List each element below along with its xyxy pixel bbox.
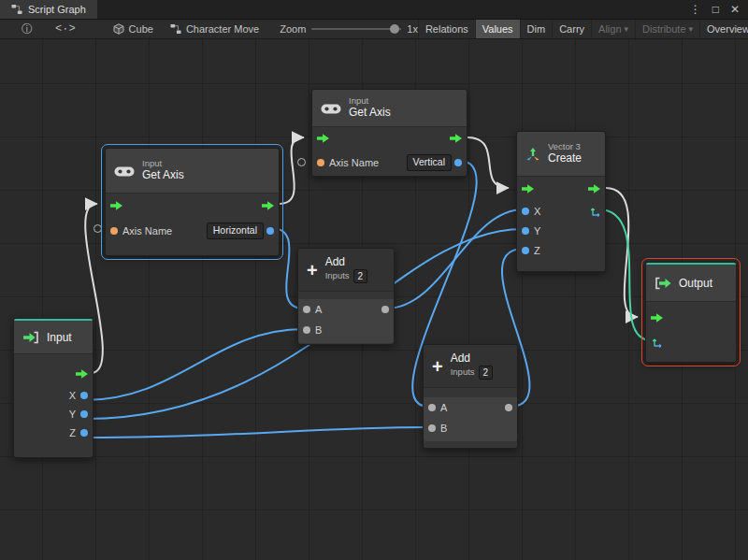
zoom-slider[interactable] [311, 23, 401, 35]
input-a-port[interactable] [428, 404, 436, 411]
exec-out-port[interactable] [450, 134, 462, 143]
cube-icon [113, 23, 124, 35]
inputs-count-field[interactable]: 2 [479, 366, 494, 380]
sum-out-port[interactable] [505, 404, 512, 411]
port-row-y: Y [14, 405, 93, 424]
kebab-menu-icon[interactable]: ⋮ [690, 4, 701, 15]
string-in-port[interactable] [317, 159, 324, 166]
exec-in-port[interactable] [522, 184, 534, 194]
zoom-label: Zoom [280, 23, 306, 35]
align-button[interactable]: Align ▾ [591, 20, 635, 38]
breadcrumb-object[interactable]: Cube [113, 23, 153, 35]
exec-in-port[interactable] [651, 313, 663, 323]
port-label: Z [534, 245, 540, 256]
x-in-port[interactable] [522, 208, 529, 215]
exec-wire[interactable] [280, 137, 303, 204]
exec-out-port[interactable] [262, 201, 274, 210]
string-in-port[interactable] [110, 227, 118, 235]
graph-canvas[interactable]: Input Get Axis Axis Name Vertical Input [0, 39, 748, 560]
inputs-count-field[interactable]: 2 [353, 269, 368, 283]
chevron-down-icon: ▾ [689, 24, 694, 34]
node-title: Get Axis [142, 169, 184, 182]
close-icon[interactable]: ✕ [730, 4, 740, 15]
node-add-top[interactable]: + Add Inputs 2 A B [297, 248, 395, 345]
zoom-control: Zoom 1x [280, 23, 418, 35]
exec-out-port[interactable] [76, 369, 88, 379]
value-out-port[interactable] [266, 227, 274, 235]
axis-arrows-icon [590, 206, 601, 217]
node-get-axis-vertical[interactable]: Input Get Axis Axis Name Vertical [311, 89, 468, 177]
node-title: Create [548, 152, 582, 165]
exec-in-port[interactable] [317, 134, 329, 143]
carry-button[interactable]: Carry [552, 20, 591, 38]
data-wire[interactable] [85, 329, 304, 400]
align-label: Align [598, 23, 621, 35]
node-header: Input Get Axis [312, 90, 467, 127]
z-in-port[interactable] [522, 247, 529, 254]
values-button[interactable]: Values [475, 20, 520, 38]
node-header: Input [14, 321, 93, 354]
axis-name-field[interactable]: Horizontal [207, 223, 264, 239]
exec-port-row [14, 362, 93, 386]
axis-name-row: Axis Name Vertical [312, 150, 467, 176]
value-out-port[interactable] [454, 159, 462, 166]
exec-in-port[interactable] [110, 201, 122, 210]
port-row-z: Z [517, 240, 605, 260]
port-row-b: B [298, 320, 394, 340]
node-vector3-create[interactable]: Vector 3 Create X Y Z [516, 131, 606, 272]
tab-script-graph[interactable]: Script Graph [0, 0, 97, 19]
overview-button[interactable]: Overview [699, 20, 748, 38]
vector3-out-port[interactable] [590, 206, 601, 217]
axis-name-row: Axis Name Horizontal [106, 218, 279, 244]
tab-title: Script Graph [28, 4, 86, 15]
breadcrumb-object-label: Cube [129, 23, 153, 35]
input-b-port[interactable] [303, 326, 310, 334]
data-wire[interactable] [386, 209, 524, 309]
y-out-port[interactable] [80, 410, 88, 418]
dim-button[interactable]: Dim [520, 20, 553, 38]
node-title: Add [451, 352, 493, 366]
node-header: + Add Inputs 2 [424, 345, 517, 388]
node-title: Get Axis [349, 107, 391, 120]
node-title: Add [325, 256, 367, 269]
distribute-button[interactable]: Distribute ▾ [635, 20, 699, 38]
axis-name-field[interactable]: Vertical [407, 154, 452, 171]
info-icon[interactable]: ⓘ [22, 23, 33, 35]
sum-out-port[interactable] [381, 306, 389, 313]
relations-button[interactable]: Relations [418, 20, 475, 38]
node-body: A B [424, 397, 517, 441]
vector3-icon [525, 147, 540, 162]
breadcrumb-graph[interactable]: Character Move [170, 23, 259, 35]
data-wire[interactable] [85, 427, 429, 438]
exec-out-port[interactable] [588, 184, 600, 194]
exec-wire[interactable] [468, 137, 508, 188]
port-row-a: A [298, 299, 394, 320]
graph-inspector-icon[interactable]: <∙> [55, 23, 76, 35]
zoom-slider-handle[interactable] [390, 24, 399, 34]
port-label: Y [534, 225, 540, 237]
port-row-x: X [517, 201, 605, 221]
port-label: Axis Name [122, 225, 172, 237]
node-output-event[interactable]: Output [645, 262, 737, 363]
node-add-bottom[interactable]: + Add Inputs 2 A B [423, 344, 518, 449]
z-out-port[interactable] [80, 429, 88, 437]
unconnected-port-ring[interactable] [297, 158, 306, 166]
input-b-port[interactable] [428, 424, 436, 432]
vector3-in-port[interactable] [652, 337, 663, 348]
y-in-port[interactable] [522, 227, 529, 235]
x-out-port[interactable] [80, 392, 88, 399]
node-input-event[interactable]: Input X Y Z [13, 318, 94, 458]
unconnected-port-ring[interactable] [94, 224, 102, 233]
exec-wire[interactable] [606, 188, 637, 317]
port-label: A [315, 304, 322, 315]
maximize-icon[interactable]: □ [712, 4, 719, 15]
toolbar-toggles: Relations Values Dim Carry Align ▾ Distr… [418, 20, 748, 38]
node-get-axis-horizontal[interactable]: Input Get Axis Axis Name Horizontal [105, 148, 280, 256]
overview-label: Overview [707, 23, 748, 35]
exec-port-row [312, 127, 467, 150]
port-label: Y [69, 409, 76, 420]
input-a-port[interactable] [303, 306, 310, 313]
port-label: X [534, 206, 540, 217]
zoom-value: 1x [407, 23, 418, 35]
node-title: Input [47, 331, 72, 344]
